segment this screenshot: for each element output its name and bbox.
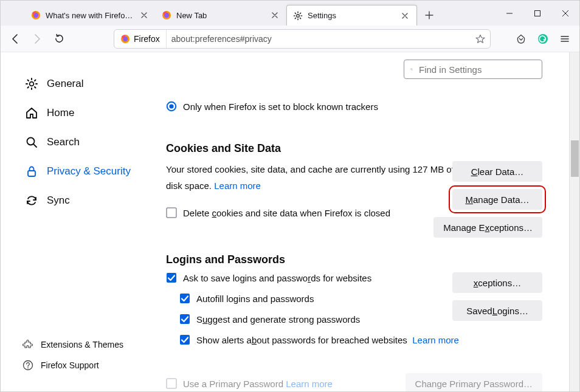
section-heading-logins: Logins and Passwords — [166, 253, 542, 266]
sidebar-item-label: Search — [47, 136, 80, 148]
preferences-sidebar: General Home Search Privacy & Secur — [1, 52, 153, 391]
checkbox-suggest-passwords[interactable] — [179, 314, 190, 325]
firefox-favicon-icon — [162, 10, 171, 20]
svg-line-10 — [300, 18, 301, 18]
back-button[interactable] — [5, 29, 25, 49]
svg-line-26 — [28, 80, 29, 81]
close-icon[interactable] — [269, 10, 280, 21]
tab-label: Settings — [308, 11, 395, 20]
window-controls — [495, 1, 579, 26]
cookies-description: Your stored cookies, site data, and cach… — [166, 161, 458, 194]
sidebar-item-general[interactable]: General — [22, 69, 147, 98]
checkbox-label: Delete cookies and site data when Firefo… — [183, 208, 390, 218]
radio-label: Only when Firefox is set to block known … — [183, 101, 378, 112]
checkbox-breach-alerts[interactable] — [179, 334, 190, 345]
section-heading-cookies: Cookies and Site Data — [166, 142, 542, 155]
checkbox-ask-save-logins[interactable] — [166, 272, 177, 283]
reload-button[interactable] — [49, 29, 69, 49]
checkbox-autofill[interactable] — [179, 293, 190, 304]
pocket-button[interactable] — [511, 29, 531, 49]
logins-exceptions-button[interactable]: xceptions… — [452, 272, 542, 293]
checkbox-label: Ask to save logins and passwords for web… — [183, 273, 371, 283]
firefox-brand-icon — [120, 34, 130, 44]
manage-exceptions-button[interactable]: Manage Exceptions… — [433, 217, 542, 238]
saved-logins-button[interactable]: Saved Logins… — [452, 300, 542, 321]
checkbox-label: Use a Primary Password Learn more — [183, 379, 333, 389]
vertical-scrollbar[interactable] — [569, 52, 579, 391]
close-icon[interactable] — [399, 10, 410, 21]
url-bar[interactable]: Firefox about:preferences#privacy — [114, 29, 491, 49]
change-primary-password-button[interactable]: Change Primary Password… — [406, 373, 542, 391]
svg-line-31 — [33, 144, 36, 147]
sidebar-item-search[interactable]: Search — [22, 128, 147, 157]
sidebar-item-home[interactable]: Home — [22, 98, 147, 128]
firefox-favicon-icon — [31, 10, 41, 20]
breach-learn-more-link[interactable]: Learn more — [412, 335, 459, 345]
search-icon — [25, 136, 38, 149]
tab-label: What's new with Firefox - More — [46, 11, 134, 20]
navigation-toolbar: Firefox about:preferences#privacy — [1, 26, 579, 52]
forward-button[interactable] — [27, 29, 47, 49]
svg-point-33 — [24, 361, 33, 370]
sidebar-item-label: Home — [47, 107, 74, 119]
svg-rect-44 — [167, 379, 176, 388]
svg-line-12 — [295, 18, 295, 18]
sidebar-item-privacy[interactable]: Privacy & Security — [22, 157, 147, 186]
preferences-main: Only when Firefox is set to block known … — [153, 52, 569, 391]
manage-data-button[interactable]: Manage Data… — [452, 189, 542, 210]
bookmark-star-icon[interactable] — [471, 34, 490, 44]
sidebar-support-link[interactable]: Firefox Support — [22, 355, 147, 376]
svg-rect-14 — [535, 11, 540, 16]
cookies-learn-more-link[interactable]: Learn more — [214, 181, 261, 191]
sidebar-footer-label: Extensions & Themes — [41, 340, 123, 349]
close-icon[interactable] — [139, 10, 150, 21]
sidebar-item-label: General — [47, 78, 83, 90]
search-icon — [410, 65, 413, 74]
close-window-button[interactable] — [551, 1, 579, 26]
svg-line-29 — [28, 87, 29, 88]
find-in-settings-input[interactable] — [418, 64, 536, 75]
radio-known-trackers[interactable] — [166, 101, 177, 112]
sync-icon — [25, 194, 38, 207]
sidebar-item-label: Privacy & Security — [47, 165, 131, 177]
scrollbar-thumb[interactable] — [571, 140, 579, 177]
tab-whats-new[interactable]: What's new with Firefox - More — [25, 5, 156, 26]
identity-box[interactable]: Firefox — [114, 30, 167, 48]
svg-rect-39 — [167, 208, 176, 218]
checkbox-label: Autofill logins and passwords — [196, 294, 314, 304]
checkbox-delete-on-close[interactable] — [166, 207, 177, 218]
checkbox-primary-password[interactable] — [166, 378, 177, 389]
sidebar-item-sync[interactable]: Sync — [22, 186, 147, 215]
tab-label: New Tab — [176, 11, 264, 20]
sidebar-footer-label: Firefox Support — [41, 360, 99, 370]
checkbox-label: Suggest and generate strong passwords — [196, 314, 360, 325]
lock-icon — [25, 165, 38, 178]
checkbox-label: Show alerts about passwords for breached… — [196, 335, 459, 345]
svg-point-38 — [169, 104, 173, 108]
gear-icon — [293, 11, 303, 21]
grammarly-icon[interactable] — [533, 29, 553, 49]
maximize-button[interactable] — [523, 1, 551, 26]
tab-strip: What's new with Firefox - More New Tab S… — [1, 1, 579, 26]
tab-settings[interactable]: Settings — [286, 5, 417, 26]
svg-line-28 — [35, 80, 36, 81]
svg-line-11 — [300, 13, 301, 13]
url-text: about:preferences#privacy — [167, 34, 471, 44]
home-icon — [25, 106, 38, 120]
minimize-button[interactable] — [495, 1, 523, 26]
sidebar-extensions-link[interactable]: Extensions & Themes — [22, 334, 147, 355]
svg-line-27 — [35, 87, 36, 88]
svg-rect-32 — [28, 171, 35, 176]
primary-learn-more-link[interactable]: Learn more — [286, 379, 333, 389]
svg-point-4 — [297, 14, 300, 17]
identity-label: Firefox — [134, 34, 160, 44]
app-menu-button[interactable] — [555, 29, 575, 49]
help-icon — [22, 360, 33, 371]
new-tab-button[interactable] — [421, 7, 438, 24]
svg-point-21 — [30, 82, 34, 86]
puzzle-icon — [22, 339, 33, 350]
clear-data-button[interactable]: Clear Data… — [452, 161, 542, 182]
gear-icon — [25, 77, 38, 91]
find-in-settings[interactable] — [404, 60, 542, 79]
tab-new-tab[interactable]: New Tab — [156, 5, 286, 26]
